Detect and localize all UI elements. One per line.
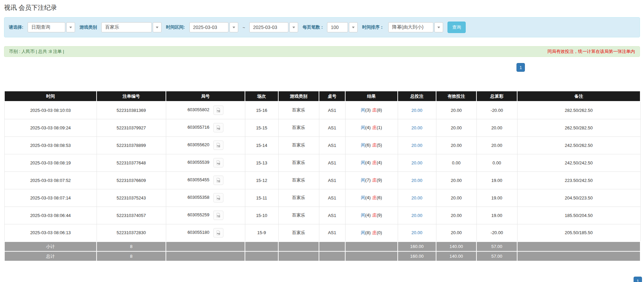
game-category-label: 游戏类别: [79, 24, 97, 30]
per-page-dropdown-button[interactable]: [349, 22, 358, 32]
video-replay-button[interactable]: [213, 158, 223, 167]
table-row: 2025-03-03 08:06:13 522310372830 6030551…: [4, 224, 640, 242]
cell-time: 2025-03-03 08:07:14: [4, 189, 97, 207]
game-category-dropdown-button[interactable]: [153, 22, 162, 32]
cell-round-number: 603055539: [166, 154, 245, 171]
cell-remark: 205.50/185.50: [517, 224, 640, 242]
round-number-text: 603055180: [187, 230, 209, 235]
video-replay-button[interactable]: [213, 193, 223, 202]
table-row: 2025-03-03 08:08:19 522310377648 6030555…: [4, 154, 640, 171]
result-banker-score: (4): [377, 160, 382, 165]
video-file-icon: [216, 143, 221, 148]
cell-round-number: 603055455: [166, 171, 245, 189]
date-to-value[interactable]: 2025-03-03: [249, 22, 288, 32]
column-header: 时间: [4, 91, 97, 101]
video-replay-button[interactable]: [213, 176, 223, 185]
total-bet-link[interactable]: 20.00: [412, 143, 423, 148]
cell-payout: 0.00: [476, 154, 517, 171]
table-row: 2025-03-03 08:07:52 522310376609 6030554…: [4, 171, 640, 189]
time-sort-select[interactable]: 降幂(由大到小): [388, 22, 443, 32]
total-bet-link[interactable]: 20.00: [412, 213, 423, 218]
cell-remark: 242.50/242.50: [517, 154, 640, 171]
total-bet-link[interactable]: 20.00: [412, 125, 423, 130]
subtotal-count: 8: [97, 242, 166, 251]
table-row: 2025-03-03 08:07:14 522310375243 6030553…: [4, 189, 640, 207]
page-1-button-bottom[interactable]: 1: [634, 277, 642, 282]
cell-remark: 185.50/204.50: [517, 207, 640, 224]
time-sort-value[interactable]: 降幂(由大到小): [388, 22, 433, 32]
cell-table-number: AS1: [319, 224, 345, 242]
table-header-row: 时间注单编号局号场次游戏类别桌号结果总投注有效投注总派彩备注: [4, 91, 640, 101]
cell-round-number: 603055358: [166, 189, 245, 207]
video-replay-button[interactable]: [213, 211, 223, 220]
cell-table-number: AS1: [319, 171, 345, 189]
column-header: 游戏类别: [278, 91, 319, 101]
date-to-select[interactable]: 2025-03-03: [249, 22, 298, 32]
cell-valid-bet: 20.00: [436, 189, 476, 207]
result-banker-score: (0): [377, 230, 382, 235]
cell-time: 2025-03-03 08:07:52: [4, 171, 97, 189]
result-player-score: (4): [365, 125, 371, 130]
chevron-down-icon: [437, 27, 440, 28]
table-row: 2025-03-03 08:09:24 522310379927 6030557…: [4, 119, 640, 136]
video-replay-button[interactable]: [213, 105, 223, 115]
cell-round-number: 603055259: [166, 207, 245, 224]
cell-payout: -20.00: [476, 101, 517, 119]
total-bet-link[interactable]: 20.00: [412, 178, 423, 183]
game-category-value[interactable]: 百家乐: [101, 22, 152, 32]
grand-total-row: 总计 8 160.00 140.00 57.00: [4, 251, 640, 261]
video-replay-button[interactable]: [213, 123, 223, 132]
cell-valid-bet: 20.00: [436, 136, 476, 154]
video-file-icon: [216, 125, 221, 130]
round-number-text: 603055716: [187, 125, 209, 130]
total-bet-link[interactable]: 20.00: [412, 195, 423, 200]
video-file-icon: [216, 230, 221, 236]
per-page-value[interactable]: 100: [327, 22, 348, 32]
chevron-down-icon: [156, 27, 158, 28]
cell-session: 15-14: [245, 136, 278, 154]
date-from-dropdown-button[interactable]: [229, 22, 238, 32]
date-from-select[interactable]: 2025-03-03: [189, 22, 238, 32]
query-type-dropdown-button[interactable]: [66, 22, 75, 32]
result-player-label: 闲: [361, 125, 365, 130]
cell-time: 2025-03-03 08:10:03: [4, 101, 97, 119]
date-from-value[interactable]: 2025-03-03: [189, 22, 228, 32]
table-row: 2025-03-03 08:08:53 522310378899 6030556…: [4, 136, 640, 154]
cell-valid-bet: 20.00: [436, 119, 476, 136]
result-banker-label: 庄: [372, 195, 377, 200]
cell-payout: 19.00: [476, 189, 517, 207]
per-page-label: 每页笔数 :: [302, 24, 323, 30]
cell-total-bet: 20.00: [398, 119, 436, 136]
chevron-down-icon: [292, 27, 295, 28]
query-button[interactable]: 查询: [448, 22, 466, 33]
result-banker-label: 庄: [372, 143, 377, 148]
time-sort-dropdown-button[interactable]: [434, 22, 443, 32]
video-file-icon: [216, 195, 221, 200]
total-bet-link[interactable]: 20.00: [412, 160, 423, 165]
cell-time: 2025-03-03 08:06:13: [4, 224, 97, 242]
grand-total-label: 总计: [4, 251, 97, 261]
time-range-label: 时间区间:: [166, 24, 185, 30]
cell-session: 15-15: [245, 119, 278, 136]
column-header: 总投注: [398, 91, 436, 101]
cell-payout: 19.00: [476, 171, 517, 189]
column-header: 注单编号: [97, 91, 166, 101]
cell-total-bet: 20.00: [398, 101, 436, 119]
filter-panel: 请选择: 日期查询 游戏类别 百家乐 时间区间: 2025-03-03 ~ 20…: [4, 17, 640, 37]
cell-table-number: AS1: [319, 207, 345, 224]
query-type-select[interactable]: 日期查询: [28, 22, 75, 32]
game-category-select[interactable]: 百家乐: [101, 22, 162, 32]
page-1-button[interactable]: 1: [516, 63, 525, 72]
video-replay-button[interactable]: [213, 228, 223, 238]
cell-session: 15-9: [245, 224, 278, 242]
total-bet-link[interactable]: 20.00: [412, 108, 423, 113]
video-file-icon: [216, 160, 221, 165]
per-page-select[interactable]: 100: [327, 22, 358, 32]
total-bet-link[interactable]: 20.00: [412, 230, 423, 235]
cell-valid-bet: 20.00: [436, 171, 476, 189]
query-type-value[interactable]: 日期查询: [28, 22, 65, 32]
cell-game-category: 百家乐: [278, 189, 319, 207]
date-to-dropdown-button[interactable]: [289, 22, 298, 32]
cell-result: 闲(6)庄(5): [345, 136, 398, 154]
video-replay-button[interactable]: [213, 140, 223, 150]
